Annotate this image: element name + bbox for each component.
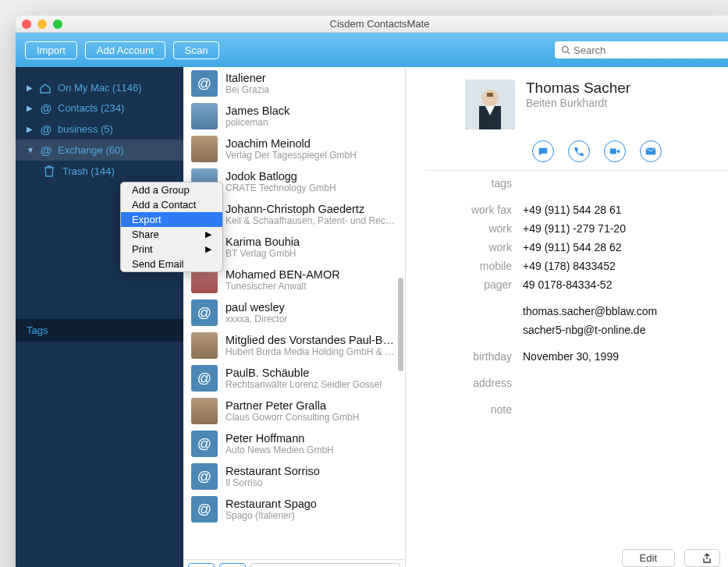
field-value: +49 (911) -279 71-20 [523,222,626,235]
field-label: pager [406,278,523,291]
contact-row[interactable]: Peter HoffmannAuto News Medien GmbH [183,427,405,460]
contact-subtitle: Spago (Italiener) [226,510,317,521]
search-field[interactable] [555,41,728,58]
menu-item-label: Print [132,243,153,255]
field-label: work [406,241,523,253]
menu-item-print[interactable]: Print▶ [121,242,222,257]
contact-avatar [191,496,218,523]
field-label: address [406,377,523,389]
import-button[interactable]: Import [25,41,77,59]
toolbar: Import Add Account Scan [16,33,728,67]
home-icon [39,83,53,94]
contact-row[interactable]: ItalienerBei Grazia [183,67,405,100]
contact-subtitle: Keil & Schaafhausen, Patent- und Rechtsa… [226,215,397,226]
detail-pane: Thomas Sacher Beiten Burkhardt tagswork … [406,67,728,567]
sort-button[interactable] [219,563,246,568]
window-title: Cisdem ContactsMate [16,18,728,30]
field-label: note [406,403,523,416]
sidebar-item-2[interactable]: ▶@business (5) [16,119,183,140]
add-contact-button[interactable] [188,563,215,568]
contacts-column: ItalienerBei GraziaJames BlackpolicemanJ… [183,67,406,567]
sidebar-item-1[interactable]: ▶@Contacts (234) [16,97,183,119]
contact-name: James Black [226,105,289,117]
contact-avatar [191,299,218,326]
menu-item-add-a-group[interactable]: Add a Group [121,183,222,197]
contact-row[interactable]: Joachim MeinoldVerlag Der Tagesspiegel G… [183,133,405,165]
field-label: work [406,222,523,235]
zoom-window-button[interactable] [53,19,62,29]
menu-item-label: Share [132,229,159,240]
field-value: +49 (911) 544 28 61 [523,204,622,216]
field-label [406,305,523,317]
contact-row[interactable]: PaulB. SchäubleRechtsanwälte Lorenz Seid… [183,362,405,395]
contact-name: Mitglied des Vorstandes Paul-Bernh... [226,334,397,346]
sidebar-item-0[interactable]: ▶On My Mac (1146) [16,78,183,97]
close-window-button[interactable] [22,19,31,29]
contact-row[interactable]: paul wesleyxxxxa, Director [183,296,405,329]
message-button[interactable] [532,140,554,162]
contacts-footer: Search [183,559,405,567]
contact-row[interactable]: Partner Peter GrallaClaus Goworr Consult… [183,395,405,427]
scrollbar[interactable] [398,278,403,371]
contact-row[interactable]: Mitglied des Vorstandes Paul-Bernh...Hub… [183,329,405,362]
edit-button[interactable]: Edit [622,549,675,567]
email-button[interactable] [640,140,662,162]
sidebar-item-3[interactable]: ▼@Exchange (60) [16,140,183,161]
field-value: +49 (911) 544 28 62 [523,241,622,253]
field-row: note [406,392,728,419]
field-value: thomas.sacher@bblaw.com [523,305,657,317]
search-input[interactable] [574,44,728,56]
field-label: birthday [406,350,523,363]
detail-avatar [465,80,515,129]
minimize-window-button[interactable] [37,19,47,29]
call-button[interactable] [568,140,590,162]
contacts-list[interactable]: ItalienerBei GraziaJames BlackpolicemanJ… [183,67,405,559]
field-value: sacher5-nbg@t-online.de [523,324,645,336]
contact-name: Joachim Meinold [226,137,357,150]
contact-avatar [191,398,218,424]
detail-company: Beiten Burkhardt [526,97,630,109]
contact-avatar [191,332,218,359]
contact-avatar [191,463,218,490]
contact-subtitle: Auto News Medien GmbH [226,445,334,455]
tags-header[interactable]: Tags [16,319,183,342]
main-body: ▶On My Mac (1146)▶@Contacts (234)▶@busin… [16,67,728,567]
field-value: November 30, 1999 [523,350,619,363]
field-row: address [406,366,728,392]
context-menu[interactable]: Add a GroupAdd a ContactExportShare▶Prin… [120,182,223,272]
submenu-arrow-icon: ▶ [205,244,211,254]
disclosure-icon: ▶ [27,83,34,92]
contact-subtitle: Claus Goworr Consulting GmbH [226,412,359,423]
contact-avatar [191,365,218,392]
svg-point-0 [563,47,569,53]
contact-row[interactable]: James Blackpoliceman [183,100,405,133]
menu-item-export[interactable]: Export [121,212,222,227]
window-controls [22,19,62,29]
submenu-arrow-icon: ▶ [205,229,211,239]
contact-row[interactable]: Restaurant SpagoSpago (Italiener) [183,493,405,526]
sidebar-item-label: business (5) [58,123,113,135]
menu-item-label: Add a Group [132,184,190,196]
contact-subtitle: policeman [226,117,289,128]
field-row: work+49 (911) 544 28 62 [406,238,728,257]
contact-name: Peter Hoffmann [226,432,334,445]
field-label: tags [406,177,523,190]
video-button[interactable] [604,140,626,162]
app-window: Cisdem ContactsMate Import Add Account S… [16,16,728,567]
menu-item-send-email[interactable]: Send Email [121,257,222,271]
sidebar-item-4[interactable]: Trash (144) [16,161,183,181]
scan-button[interactable]: Scan [173,41,220,59]
field-row: thomas.sacher@bblaw.com [406,294,728,321]
search-icon [561,45,570,55]
menu-item-add-a-contact[interactable]: Add a Contact [121,197,222,212]
detail-footer: Edit [406,541,728,567]
sidebar-item-label: On My Mac (1146) [58,82,142,94]
field-row: tags [406,174,728,193]
contact-name: Mohamed BEN-AMOR [226,268,340,281]
add-account-button[interactable]: Add Account [85,41,165,59]
contact-row[interactable]: Restaurant SorrisoIl Sorriso [183,460,405,493]
share-button[interactable] [684,549,720,567]
list-search[interactable]: Search [250,563,400,568]
detail-header: Thomas Sacher Beiten Burkhardt [406,80,728,129]
menu-item-share[interactable]: Share▶ [121,227,222,242]
